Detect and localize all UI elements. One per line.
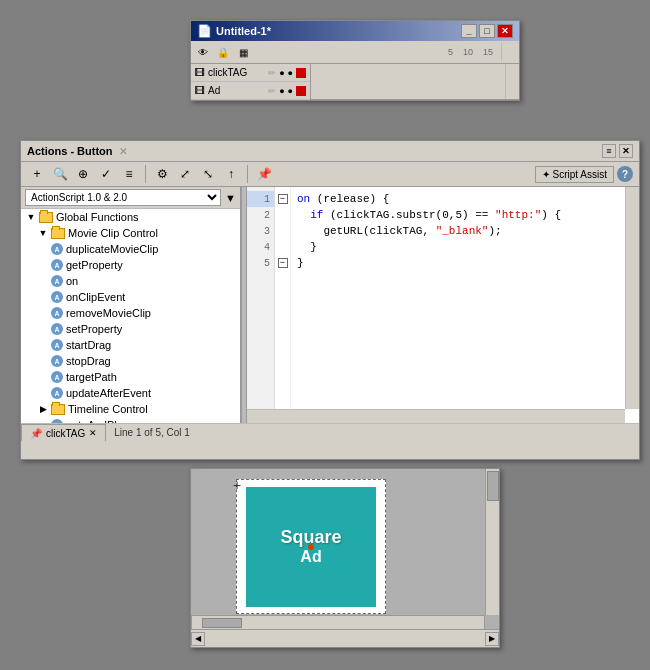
layer-clicktag[interactable]: 🎞 clickTAG ✏ ● ●: [191, 64, 310, 82]
timeline-control-label: Timeline Control: [68, 403, 148, 415]
footer-tab-label: clickTAG: [46, 428, 85, 439]
help-icon[interactable]: ?: [617, 166, 633, 182]
dot-1: ●: [279, 68, 284, 78]
minimize-button[interactable]: _: [461, 24, 477, 38]
script-icon-6: [51, 323, 63, 335]
toggle-1[interactable]: −: [275, 191, 290, 207]
code-scrollbar-h[interactable]: [247, 409, 625, 423]
tab-close-small-icon[interactable]: ✕: [89, 428, 97, 438]
stage-window: + Square Ad ◀ ▶: [190, 468, 500, 648]
actions-title: Actions - Button: [27, 145, 113, 157]
code-line-4: }: [297, 239, 633, 255]
h-scroll-thumb[interactable]: [202, 618, 242, 628]
script-icon-7: [51, 339, 63, 351]
code-scrollbar-v[interactable]: [625, 187, 639, 409]
check-syntax-button[interactable]: ✓: [96, 164, 116, 184]
stage-canvas[interactable]: Square Ad: [236, 479, 386, 614]
scrollbar-v: [505, 64, 519, 99]
close-button[interactable]: ✕: [497, 24, 513, 38]
line-num-2: 2: [247, 207, 274, 223]
tree-toggle-tl-icon: ▶: [37, 403, 49, 415]
code-area[interactable]: 1 2 3 4 5 − −: [247, 187, 639, 423]
crosshair-cursor: +: [233, 477, 241, 493]
layer-ad[interactable]: 🎞 Ad ✏ ● ●: [191, 82, 310, 100]
tree-item-targetpath[interactable]: targetPath: [21, 369, 240, 385]
tree-item-removemovie[interactable]: removeMovieClip: [21, 305, 240, 321]
edit-icon-2: ✏: [268, 86, 276, 96]
panel-close-icon[interactable]: ✕: [619, 144, 633, 158]
tree-item-movie-clip[interactable]: ▼ Movie Clip Control: [21, 225, 240, 241]
version-dropdown[interactable]: ActionScript 1.0 & 2.0: [25, 189, 221, 206]
tree-item-oncliplevent[interactable]: onClipEvent: [21, 289, 240, 305]
collapse-button[interactable]: ⤡: [198, 164, 218, 184]
scroll-left-button[interactable]: ◀: [191, 632, 205, 646]
frames-area: [311, 64, 519, 100]
toolbar-sep-1: [145, 165, 146, 183]
maximize-button[interactable]: □: [479, 24, 495, 38]
script-icon-11: [51, 419, 63, 423]
panel-options-icon[interactable]: ≡: [602, 144, 616, 158]
toggle-3: [275, 223, 290, 239]
folder-icon-mc: [51, 228, 65, 239]
script-icon-1: [51, 243, 63, 255]
folder-icon: [39, 212, 53, 223]
edit-icon: ✏: [268, 68, 276, 78]
footer-status: Line 1 of 5, Col 1: [106, 424, 639, 441]
auto-format-button[interactable]: ≡: [119, 164, 139, 184]
dropdown-arrow-icon: ▼: [225, 192, 236, 204]
toggle-5[interactable]: −: [275, 255, 290, 271]
eye-icon[interactable]: 👁: [195, 44, 211, 60]
timeline-layers: 🎞 clickTAG ✏ ● ● 🎞 Ad ✏ ● ●: [191, 64, 311, 100]
timeline-toolbar: 👁 🔒 ▦ 5 10 15: [191, 41, 519, 64]
footer-tab-clicktag[interactable]: 📌 clickTAG ✕: [21, 424, 106, 441]
script-icon-5: [51, 307, 63, 319]
debug-options-button[interactable]: ⚙: [152, 164, 172, 184]
actions-toolbar: + 🔍 ⊕ ✓ ≡ ⚙ ⤢ ⤡ ↑ 📌 ✦ Script Assist ?: [21, 162, 639, 187]
tree-item-stopdrag[interactable]: stopDrag: [21, 353, 240, 369]
script-assist-button[interactable]: ✦ Script Assist: [535, 166, 614, 183]
collapse-toggle-2[interactable]: −: [278, 258, 288, 268]
wand-icon: ✦: [542, 169, 550, 180]
toggle-4: [275, 239, 290, 255]
tree-item-getproperty[interactable]: getProperty: [21, 257, 240, 273]
stage-scrollbar-v[interactable]: [485, 469, 499, 615]
grid-icon[interactable]: ▦: [235, 44, 251, 60]
insert-target-button[interactable]: ⊕: [73, 164, 93, 184]
ad-square[interactable]: Square Ad: [246, 487, 376, 607]
script-assist-label: Script Assist: [553, 169, 607, 180]
apply-button[interactable]: ↑: [221, 164, 241, 184]
movie-clip-label: Movie Clip Control: [68, 227, 158, 239]
tree-item-setproperty[interactable]: setProperty: [21, 321, 240, 337]
tree-item-duplicate[interactable]: duplicateMovieClip: [21, 241, 240, 257]
toolbar-sep-2: [247, 165, 248, 183]
tree-item-gotoandplay[interactable]: gotoAndPlay: [21, 417, 240, 423]
film-icon: 🎞: [195, 67, 205, 78]
pin-icon: 📌: [30, 428, 42, 439]
tree-item-startdrag[interactable]: startDrag: [21, 337, 240, 353]
tree-item-timeline[interactable]: ▶ Timeline Control: [21, 401, 240, 417]
pin-button[interactable]: 📌: [254, 164, 274, 184]
tree-item-global-functions[interactable]: ▼ Global Functions: [21, 209, 240, 225]
add-statement-button[interactable]: +: [27, 164, 47, 184]
script-icon-8: [51, 355, 63, 367]
code-lines[interactable]: on (release) { if (clickTAG.substr(0,5) …: [291, 187, 639, 423]
tree-item-on[interactable]: on: [21, 273, 240, 289]
script-icon-2: [51, 259, 63, 271]
lock-icon[interactable]: 🔒: [215, 44, 231, 60]
h-scroll-track[interactable]: [192, 616, 484, 630]
tree-item-updateafter[interactable]: updateAfterEvent: [21, 385, 240, 401]
line-num-1: 1: [247, 191, 274, 207]
expand-button[interactable]: ⤢: [175, 164, 195, 184]
scroll-right-button[interactable]: ▶: [485, 632, 499, 646]
v-scroll-thumb[interactable]: [487, 471, 499, 501]
window-controls: _ □ ✕: [461, 24, 513, 38]
toggle-2: [275, 207, 290, 223]
collapse-toggle-1[interactable]: −: [278, 194, 288, 204]
keyframe-marker: [296, 68, 306, 78]
script-icon-4: [51, 291, 63, 303]
tab-close-icon[interactable]: ✕: [119, 146, 127, 157]
stage-scrollbar-h[interactable]: [191, 615, 485, 629]
find-button[interactable]: 🔍: [50, 164, 70, 184]
block-toggles: − −: [275, 187, 291, 423]
line-numbers: 1 2 3 4 5: [247, 187, 275, 423]
